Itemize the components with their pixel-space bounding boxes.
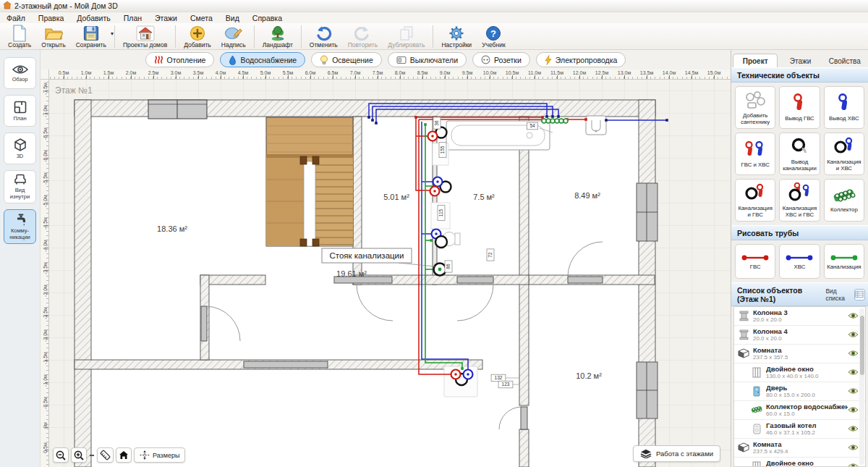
visibility-eye-icon[interactable]: [848, 441, 859, 454]
canalization-riser[interactable]: [434, 264, 446, 276]
ruler-tick: [445, 75, 446, 79]
visibility-eye-icon[interactable]: [848, 328, 859, 341]
room-area-label: 10.2 м²: [576, 371, 602, 380]
zoom-out-button[interactable]: [53, 447, 69, 463]
double-window-right-bottom[interactable]: [637, 362, 658, 418]
object-row[interactable]: Колонна 420.0 x 20.0: [734, 326, 865, 345]
toolbar-landscape-tree-button[interactable]: Ландшафт: [258, 24, 298, 49]
ruler-label: -5.0м: [43, 192, 48, 211]
pipe-tool-канализация[interactable]: Канализация: [824, 244, 864, 279]
mode-lightning[interactable]: Электропроводка: [536, 52, 626, 67]
ruler-tick: [669, 75, 670, 79]
menu-item-7[interactable]: Вид: [219, 14, 246, 22]
toolbar-open-folder-button[interactable]: Открыть: [36, 24, 70, 49]
save-dropdown-arrow[interactable]: ▾: [111, 30, 114, 37]
toolbar-settings-gear-button[interactable]: Настройки: [436, 24, 477, 49]
visibility-eye-icon[interactable]: [848, 347, 859, 360]
ruler-tick: [400, 75, 401, 79]
toolbar-new-file-button[interactable]: Создать: [3, 24, 36, 49]
sidebar-item-plan[interactable]: План: [4, 95, 36, 127]
toolbar-button-label: Открыть: [41, 41, 65, 49]
sidebar-item-cube[interactable]: 3D: [4, 132, 36, 164]
ruler-label: 13.5м: [637, 70, 656, 75]
tech-button-drain[interactable]: Вывод канализации: [779, 132, 820, 175]
scrollbar-thumb[interactable]: [860, 316, 864, 375]
toolbar-add-plus-button[interactable]: Добавить: [179, 24, 216, 49]
menu-item-6[interactable]: Смета: [184, 14, 219, 22]
object-row[interactable]: Колонна 320.0 x 20.0: [734, 307, 865, 326]
menu-item-8[interactable]: Справка: [246, 14, 289, 22]
tech-button-fixtures[interactable]: Добавить сантехнику: [735, 86, 775, 129]
object-row[interactable]: Двойное окно130.0 x 40.0 x 140.0: [734, 363, 865, 382]
ruler-label: 12.0м: [570, 70, 589, 75]
tech-button-collector[interactable]: Коллектор: [824, 179, 864, 222]
furniture-wardrobe[interactable]: [148, 100, 207, 119]
ruler-tick: [221, 75, 221, 79]
object-row[interactable]: Газовый котел46.0 x 37.1 x 105.2: [734, 420, 865, 439]
measure-button[interactable]: [97, 447, 114, 463]
mode-switch[interactable]: Выключатели: [388, 52, 467, 67]
menu-item-4[interactable]: План: [117, 14, 148, 22]
plan-canvas[interactable]: Этаж №1 18.36 м²5.01 м²7.5 м²8.49 м²19.6…: [49, 80, 731, 467]
manifold[interactable]: [541, 119, 569, 123]
object-list-scrollbar[interactable]: [859, 308, 864, 465]
mode-socket[interactable]: Розетки: [472, 52, 530, 67]
dimensions-icon: [140, 450, 150, 460]
sidebar-item-eye[interactable]: Обзор: [4, 57, 36, 89]
pipe-line-icon: [739, 253, 771, 263]
visibility-eye-icon[interactable]: [848, 366, 859, 379]
toolbar-help-button[interactable]: ?Учебник: [477, 24, 511, 49]
mode-water-drop[interactable]: Водоснабжение: [220, 52, 305, 67]
tab-свойства[interactable]: Свойства: [823, 54, 867, 67]
view-list-button[interactable]: [854, 289, 865, 300]
object-row[interactable]: Комната237.5 x 429.4: [734, 439, 865, 458]
visibility-eye-icon[interactable]: [848, 384, 859, 397]
visibility-eye-icon[interactable]: [848, 403, 859, 416]
object-row[interactable]: Комната237.5 x 357.5: [734, 345, 865, 363]
visibility-eye-icon[interactable]: [848, 460, 859, 467]
object-row[interactable]: Двойное окно130.0 x 40.0 x 140.0: [734, 458, 865, 467]
tech-button-tap-red-blue[interactable]: ГВС и ХВС: [735, 132, 775, 175]
object-text: Дверь80.0 x 15.0 x 200.0: [766, 384, 815, 398]
tech-button-tap-red[interactable]: Вывод ГВС: [779, 86, 820, 129]
menu-item-2[interactable]: Правка: [32, 14, 70, 22]
sidebar-item-interior[interactable]: Вид изнутри: [4, 170, 36, 203]
home-view-button[interactable]: [116, 447, 132, 463]
ruler-tick: [333, 75, 333, 79]
menu-item-3[interactable]: Добавить: [70, 14, 116, 22]
stairs[interactable]: [266, 117, 353, 246]
toolbar-house-projects-button[interactable]: Проекты домов: [118, 24, 172, 49]
column-icon: [736, 311, 751, 321]
object-row[interactable]: Коллектор водоснабжения60.0 x 15.0: [734, 401, 865, 420]
object-row[interactable]: Дверь80.0 x 15.0 x 200.0: [734, 382, 865, 401]
menu-item-1[interactable]: Файл: [0, 14, 32, 22]
lightning-icon: [545, 55, 552, 65]
tech-button-drain-red-blue[interactable]: Канализация ХВС и ГВС: [779, 179, 820, 222]
tech-button-drain-red[interactable]: Канализация и ГВС: [735, 179, 775, 222]
sidebar-item-faucet[interactable]: Комму- никации: [4, 209, 36, 244]
tech-button-drain-blue[interactable]: Канализация и ХВС: [824, 132, 864, 175]
mode-bulb[interactable]: Освещение: [311, 52, 382, 67]
floors-button-label: Работа с этажами: [656, 450, 713, 458]
toolbar-text-note-button[interactable]: Надпись: [216, 24, 251, 49]
pipe-tool-хвс[interactable]: ХВС: [779, 244, 820, 279]
zoom-slider-handle[interactable]: [90, 455, 94, 456]
pipe-tool-гвс[interactable]: ГВС: [735, 244, 775, 279]
visibility-eye-icon[interactable]: [848, 309, 859, 322]
mode-heating[interactable]: Отопление: [145, 52, 215, 67]
toolbar-undo-button[interactable]: Отменить: [305, 24, 343, 49]
tech-button-label: Вывод канализации: [780, 159, 818, 172]
ruler-label: 8.5м: [413, 70, 432, 75]
floors-button[interactable]: Работа с этажами: [633, 445, 720, 462]
visibility-eye-icon[interactable]: [848, 422, 859, 435]
tab-этажи[interactable]: Этажи: [778, 54, 822, 67]
toolbar-save-floppy-button[interactable]: Сохранить▾: [71, 24, 111, 49]
toolbar-button-label: Ландшафт: [263, 41, 293, 49]
double-window-right-top[interactable]: [637, 183, 658, 241]
sizes-button[interactable]: Размеры: [134, 447, 185, 463]
zoom-in-button[interactable]: [71, 447, 87, 463]
tech-button-tap-blue[interactable]: Вывод ХВС: [824, 86, 864, 129]
boiler[interactable]: [586, 116, 606, 135]
tab-проект[interactable]: Проект: [733, 54, 778, 67]
menu-item-5[interactable]: Этажи: [148, 14, 184, 22]
